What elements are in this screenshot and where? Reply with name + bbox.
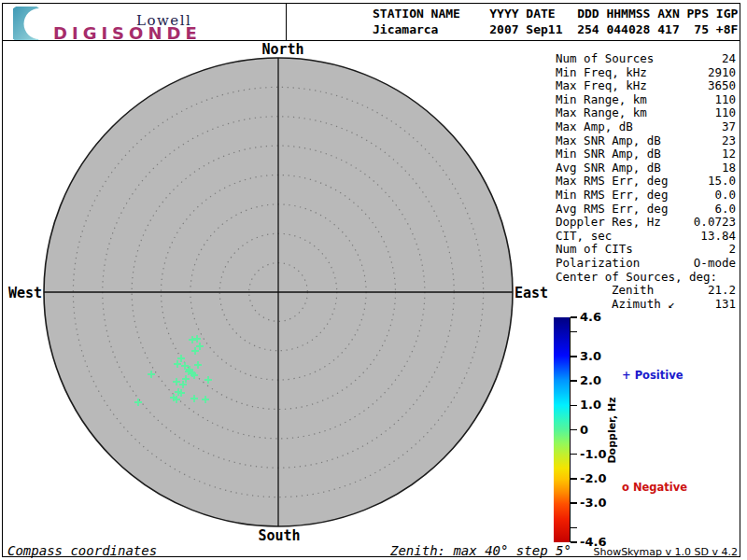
stat-label: Zenith: [612, 284, 654, 298]
stat-value: 110: [714, 106, 736, 120]
stat-label: Max Range, km: [556, 106, 647, 120]
stat-row: Avg SNR Amp, dB18: [556, 161, 736, 175]
negative-label: o Negative: [622, 481, 687, 494]
stat-row: Max Freq, kHz3650: [556, 79, 736, 93]
stat-value: 0.0723: [694, 216, 736, 230]
stat-label: Num of Sources: [556, 52, 654, 66]
colorbar-tick: [571, 331, 577, 333]
coordinates-note: Compass coordinates: [7, 543, 157, 558]
compass-label-west: West: [0, 285, 42, 301]
stat-value: 3650: [708, 79, 736, 93]
stat-label: Min RMS Err, deg: [556, 189, 668, 203]
stat-row: CIT, sec13.84: [556, 230, 736, 244]
positive-label: + Positive: [622, 369, 684, 382]
colorbar-tick: [571, 380, 577, 382]
compass-label-north: North: [257, 41, 309, 58]
stat-row: Min Freq, kHz2910: [556, 66, 736, 80]
stats-panel: Num of Sources24Min Freq, kHz2910Max Fre…: [556, 52, 736, 311]
stat-label: Max Freq, kHz: [556, 79, 647, 93]
colorbar-tick: [571, 405, 577, 407]
stat-row: Center of Sources, deg:: [556, 271, 736, 285]
stat-label: Max RMS Err, deg: [556, 175, 668, 189]
stat-row: Min SNR Amp, dB12: [556, 147, 736, 161]
stat-value: 12: [722, 147, 736, 161]
compass-label-south: South: [253, 527, 305, 544]
stat-value: 6.0: [714, 203, 736, 217]
stat-row: Max Amp, dB37: [556, 120, 736, 134]
stat-row: Num of CITs2: [556, 243, 736, 257]
stat-label: Polarization: [556, 257, 640, 271]
stat-row: Doppler Res, Hz0.0723: [556, 216, 736, 230]
colorbar-tick-label: -3.0: [580, 496, 621, 510]
stat-value: 24: [722, 52, 736, 66]
stat-row: Max RMS Err, deg15.0: [556, 175, 736, 189]
colorbar-tick: [571, 454, 577, 455]
zenith-scale-note: Zenith: max 40° step 5°: [390, 543, 571, 558]
stat-label: Center of Sources, deg:: [556, 271, 717, 285]
station-header-row2: Jicamarca 2007 Sep11 254 044028 417 75 +…: [373, 22, 738, 36]
colorbar-tick: [571, 478, 577, 480]
stat-value: 13.84: [700, 230, 736, 244]
stat-row: PolarizationO-mode: [556, 257, 736, 271]
stat-value: 0.0: [714, 189, 736, 203]
stat-value: 15.0: [708, 175, 736, 189]
stat-value: 21.2: [708, 284, 736, 298]
colorbar-tick: [571, 527, 577, 529]
stat-value: 37: [722, 120, 736, 134]
stat-label: Azimuth ↙: [612, 298, 675, 312]
version-note: ShowSkymap v 1.0 SD v 4.2: [560, 546, 738, 558]
stat-value: 131: [714, 298, 736, 312]
stat-row: Max Range, km110: [556, 106, 736, 120]
stat-value: 2910: [708, 66, 736, 80]
stat-value: 2: [728, 243, 736, 257]
stat-value: 110: [714, 93, 736, 107]
stat-label: Min SNR Amp, dB: [556, 147, 661, 161]
stat-label: CIT, sec: [556, 230, 612, 244]
colorbar-tick: [571, 502, 577, 504]
stat-label: Min Range, km: [556, 93, 647, 107]
stat-label: Num of CITs: [556, 243, 633, 257]
stat-row: Min RMS Err, deg0.0: [556, 189, 736, 203]
stat-row: Num of Sources24: [556, 52, 736, 66]
colorbar-tick: [571, 356, 577, 357]
logo-divider: [286, 3, 287, 40]
stat-value: 18: [722, 161, 736, 175]
stat-label: Doppler Res, Hz: [556, 216, 661, 230]
stat-label: Max Amp, dB: [556, 120, 633, 134]
stat-row: Min Range, km110: [556, 93, 736, 107]
station-header-row1: STATION NAME YYYY DATE DDD HHMMSS AXN PP…: [373, 7, 738, 21]
doppler-colorbar: [554, 317, 571, 542]
colorbar-title: Doppler, Hz: [606, 384, 619, 477]
crescent-icon: [13, 7, 50, 40]
stat-value: 23: [722, 134, 736, 148]
stat-label: Min Freq, kHz: [556, 66, 647, 80]
colorbar-tick: [571, 429, 577, 431]
stat-label: Avg SNR Amp, dB: [556, 161, 661, 175]
colorbar-tick: [571, 316, 577, 318]
station-header: STATION NAME YYYY DATE DDD HHMMSS AXN PP…: [373, 6, 738, 37]
colorbar-tick: [571, 541, 577, 543]
digisonde-logo: [13, 7, 50, 40]
stat-label: Avg RMS Err, deg: [556, 203, 668, 217]
stat-value: O-mode: [694, 257, 736, 271]
logo-digisonde-text: DIGISONDE: [53, 23, 202, 43]
colorbar-tick-label: 3.0: [580, 349, 621, 363]
stat-row: Zenith21.2: [556, 284, 736, 298]
stat-row: Max SNR Amp, dB23: [556, 134, 736, 148]
stat-row: Avg RMS Err, deg6.0: [556, 203, 736, 217]
stat-label: Max SNR Amp, dB: [556, 134, 661, 148]
colorbar-tick-label: 4.6: [580, 310, 621, 324]
